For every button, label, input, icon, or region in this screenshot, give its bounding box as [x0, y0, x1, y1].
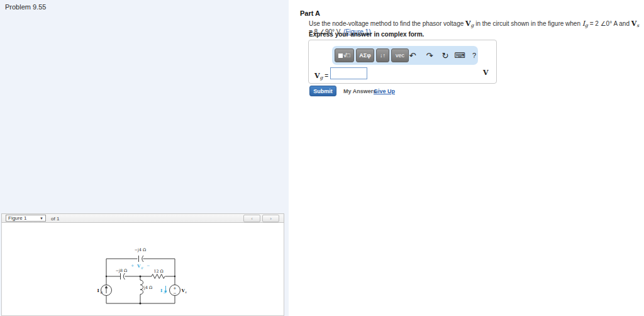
figure-count-label: of 1	[51, 216, 59, 222]
redo-icon[interactable]: ↷	[423, 46, 436, 65]
submit-button[interactable]: Submit	[309, 86, 336, 96]
svg-text:+: +	[131, 263, 134, 268]
answer-instruction: Express your answer in complex form.	[309, 31, 424, 38]
statement-text: Use the node-voltage method to find the …	[309, 20, 465, 27]
statement-text: = 2 ∠0° A and	[588, 20, 631, 27]
subscript-superscript-button[interactable]: ↓↑	[376, 48, 389, 62]
answer-module: √□ ΑΣφ ↓↑ vec ↶ ↷ ↻ ⌨ ?	[308, 40, 497, 84]
vg-voltage-label: + V g −	[131, 263, 150, 271]
figure-prev-button[interactable]: ‹	[243, 215, 260, 222]
help-icon[interactable]: ?	[468, 46, 480, 65]
inductor-label: j4 Ω	[143, 285, 152, 290]
answer-input[interactable]	[330, 67, 367, 79]
svg-text:V: V	[136, 263, 141, 269]
top-capacitor-label: −j4 Ω	[135, 247, 146, 252]
math-templates-button[interactable]: √□	[335, 48, 354, 62]
figure-panel: + − −j4 Ω −j8 Ω 12 Ω j4 Ω + V g − I	[1, 223, 284, 316]
svg-text:−: −	[147, 263, 150, 268]
give-up-link[interactable]: Give Up	[374, 88, 395, 94]
figure-select-label: Figure 1	[8, 215, 26, 221]
figure-viewer-bar: Figure 1 ▼ of 1 ‹ ›	[1, 213, 284, 223]
chevron-right-icon: ›	[270, 216, 272, 222]
circuit-diagram: + − −j4 Ω −j8 Ω 12 Ω j4 Ω + V g − I	[92, 240, 192, 313]
voltage-source: + −	[170, 285, 180, 296]
keyboard-icon[interactable]: ⌨	[453, 46, 466, 65]
circuit-wires	[106, 256, 175, 305]
part-a-header: Part A	[300, 9, 320, 17]
equation-toolbar: √□ ΑΣφ ↓↑ vec ↶ ↷ ↻ ⌨ ?	[332, 46, 478, 65]
problem-pane: Problem 9.55 Figure 1 ▼ of 1 ‹ ›	[0, 0, 289, 316]
vs-source-label: V s	[181, 288, 187, 294]
ig-source-label: I g	[97, 288, 103, 295]
undo-icon[interactable]: ↶	[406, 46, 419, 65]
page: Problem 9.55 Figure 1 ▼ of 1 ‹ ›	[0, 0, 644, 316]
root-template-icon: √□	[343, 52, 350, 59]
template-square-icon	[338, 54, 343, 58]
svg-text:s: s	[185, 290, 187, 294]
svg-text:+: +	[173, 286, 176, 290]
statement-text: in the circuit shown in the figure when	[474, 20, 582, 27]
branch-current-label: I 2	[160, 286, 167, 294]
answer-unit-label: V	[483, 69, 489, 77]
svg-text:−: −	[173, 291, 176, 295]
vg-symbol: V	[465, 20, 471, 28]
resistor-label: 12 Ω	[153, 269, 163, 273]
svg-text:I: I	[160, 288, 162, 293]
chevron-down-icon: ▼	[40, 217, 43, 220]
my-answers-link[interactable]: My Answers	[343, 88, 376, 94]
svg-text:g: g	[141, 266, 143, 270]
figure-select-dropdown[interactable]: Figure 1 ▼	[6, 215, 46, 222]
reset-icon[interactable]: ↻	[439, 46, 452, 65]
svg-text:I: I	[97, 288, 99, 293]
answer-variable-label: Vg =	[314, 69, 328, 81]
left-capacitor-label: −j8 Ω	[116, 268, 127, 273]
chevron-left-icon: ‹	[251, 216, 253, 222]
current-source	[101, 285, 112, 296]
figure-next-button[interactable]: ›	[262, 215, 279, 222]
problem-title: Problem 9.55	[5, 3, 46, 11]
greek-symbols-button[interactable]: ΑΣφ	[356, 48, 374, 62]
